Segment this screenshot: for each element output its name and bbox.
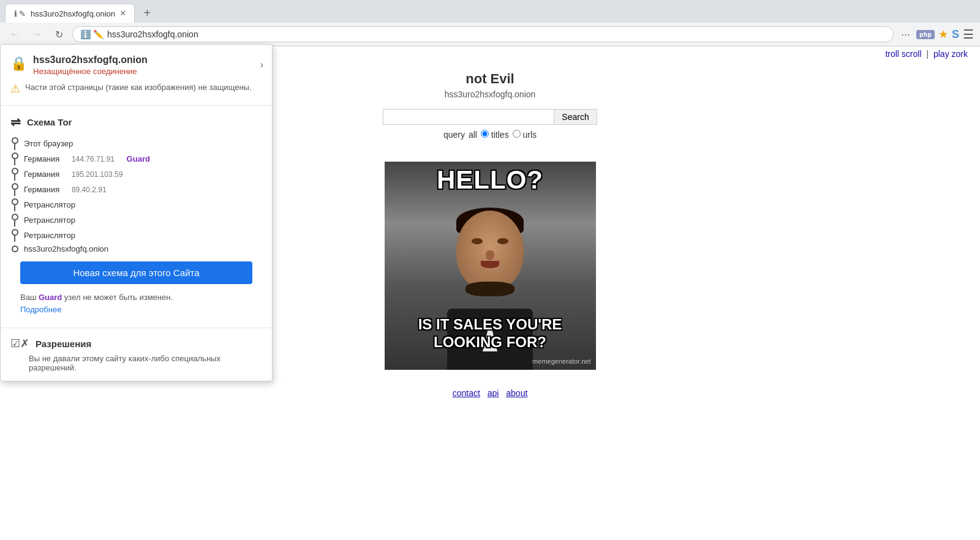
contact-link[interactable]: contact [453, 388, 480, 398]
node-line-4 [14, 205, 15, 211]
node-line-1 [14, 159, 15, 165]
node-dot-7 [12, 246, 18, 252]
expand-arrow-icon[interactable]: › [260, 59, 263, 70]
tor-node-0: Этот браузер [10, 137, 262, 151]
guard-label: Guard [39, 293, 62, 302]
top-links: troll scroll | play zork [885, 49, 968, 59]
node-label-7: hss3uro2hsxfogfq.onion [24, 244, 108, 253]
permissions-section: ☑✗ Разрешения Вы не давали этому сайту к… [1, 328, 272, 381]
toolbar: ← → ↻ ℹ️ ✏️ ··· php ★ S ☰ [0, 23, 980, 46]
panel-domain-title: hss3uro2hsxfogfq.onion [33, 54, 148, 66]
address-input[interactable] [107, 29, 886, 39]
node-dot-5 [12, 214, 18, 220]
menu-icon[interactable]: ☰ [963, 27, 974, 42]
back-button[interactable]: ← [6, 26, 23, 43]
node-label-6: Ретранслятор [24, 231, 75, 240]
permissions-icon: ☑✗ [10, 337, 29, 350]
node-ip-1: 144.76.71.91 [72, 155, 115, 163]
link-separator: | [926, 49, 929, 59]
tor-header: ⇌ Схема Tor [10, 114, 262, 129]
permissions-description: Вы не давали этому сайту каких-либо спец… [29, 354, 262, 372]
tor-node-7: hss3uro2hsxfogfq.onion [10, 244, 262, 254]
sync-icon[interactable]: S [952, 28, 959, 41]
node-label-5: Ретранслятор [24, 216, 75, 225]
browser-chrome: ℹ ✎ hss3uro2hsxfogfq.onion × + ← → ↻ ℹ️ … [0, 0, 980, 47]
node-dot-4 [12, 198, 18, 205]
query-label: query [443, 130, 465, 140]
new-circuit-button[interactable]: Новая схема для этого Сайта [20, 261, 252, 284]
tor-node-6: Ретранслятор [10, 228, 262, 242]
address-security-icons: ℹ️ ✏️ [80, 29, 104, 39]
node-dot-2 [12, 168, 18, 174]
node-dot-6 [12, 229, 18, 236]
node-badge-1: Guard [127, 154, 150, 163]
about-link[interactable]: about [506, 388, 527, 398]
urls-label: urls [523, 130, 537, 140]
meme-text-bottom: IS IT SALES YOU'RE LOOKING FOR? [385, 316, 596, 351]
edit-icon: ✏️ [93, 29, 104, 39]
node-line-6 [14, 236, 15, 242]
meme-watermark: memegenerator.net [532, 358, 590, 365]
new-tab-button[interactable]: + [140, 6, 154, 20]
all-label: all [469, 130, 477, 140]
bookmark-star-icon[interactable]: ★ [938, 28, 948, 41]
forward-button[interactable]: → [28, 26, 45, 43]
tor-icon: ⇌ [10, 114, 21, 129]
api-link[interactable]: api [488, 388, 499, 398]
meme-text-top: HELLO? [385, 165, 596, 195]
node-ip-2: 195.201.103.59 [72, 170, 123, 179]
node-dot-1 [12, 152, 18, 159]
tor-node-3: Германия 89.40.2.91 [10, 182, 262, 197]
security-info-section: 🔒 hss3uro2hsxfogfq.onion Незащищённое со… [1, 45, 272, 106]
tab-title: hss3uro2hsxfogfq.onion [31, 9, 115, 18]
tab-security-icon: ℹ ✎ [14, 9, 26, 18]
node-label-1: Германия [24, 154, 59, 163]
tor-node-2: Германия 195.201.103.59 [10, 167, 262, 181]
security-dropdown-panel: 🔒 hss3uro2hsxfogfq.onion Незащищённое со… [0, 44, 273, 381]
tor-circuit-section: ⇌ Схема Tor Этот браузер Германия [1, 106, 272, 328]
node-label-0: Этот браузер [24, 139, 73, 148]
learn-more-link[interactable]: Подробнее [20, 305, 61, 314]
address-bar: ℹ️ ✏️ [72, 26, 894, 42]
search-button[interactable]: Search [554, 109, 597, 125]
toolbar-right: ··· php ★ S ☰ [899, 27, 974, 42]
node-label-4: Ретранслятор [24, 200, 75, 209]
node-line-2 [14, 174, 15, 181]
search-input[interactable] [383, 109, 554, 125]
titles-option[interactable]: titles [481, 130, 509, 140]
node-label-2: Германия [24, 170, 59, 179]
tor-nodes-list: Этот браузер Германия 144.76.71.91 Guard [10, 137, 262, 254]
tor-node-5: Ретранслятор [10, 213, 262, 227]
insecure-label: Незащищённое соединение [33, 67, 148, 76]
play-zork-link[interactable]: play zork [933, 49, 968, 59]
active-tab[interactable]: ℹ ✎ hss3uro2hsxfogfq.onion × [5, 4, 135, 23]
urls-radio[interactable] [513, 130, 521, 138]
warning-icon: ⚠ [10, 82, 20, 96]
tab-close-icon[interactable]: × [120, 8, 126, 19]
node-line-3 [14, 190, 15, 196]
troll-scroll-link[interactable]: troll scroll [885, 49, 921, 59]
permissions-header: ☑✗ Разрешения [10, 337, 262, 350]
node-line-5 [14, 220, 15, 227]
warning-row: ⚠ Части этой страницы (такие как изображ… [10, 82, 262, 96]
face-head [456, 211, 524, 290]
titles-label: titles [491, 130, 509, 140]
titles-radio[interactable] [481, 130, 489, 138]
meme-image: HELLO? IS IT SALES YOU'RE LOOKING FOR? m… [385, 162, 596, 370]
warning-text: Части этой страницы (такие как изображен… [25, 82, 252, 93]
node-ip-3: 89.40.2.91 [72, 186, 107, 194]
node-line-0 [14, 144, 15, 150]
urls-option[interactable]: urls [513, 130, 537, 140]
permissions-title: Разрешения [36, 339, 91, 349]
security-header: 🔒 hss3uro2hsxfogfq.onion Незащищённое со… [10, 54, 262, 76]
guard-note: Ваш Guard узел не может быть изменен. По… [10, 291, 262, 323]
node-dot-3 [12, 183, 18, 190]
php-badge: php [916, 30, 935, 39]
reload-button[interactable]: ↻ [50, 26, 67, 43]
info-icon: ℹ️ [80, 29, 91, 39]
tab-bar: ℹ ✎ hss3uro2hsxfogfq.onion × + [0, 0, 980, 23]
node-dot-0 [12, 137, 18, 144]
tor-node-1: Германия 144.76.71.91 Guard [10, 152, 262, 166]
more-button[interactable]: ··· [899, 27, 913, 42]
tor-title: Схема Tor [27, 117, 72, 127]
